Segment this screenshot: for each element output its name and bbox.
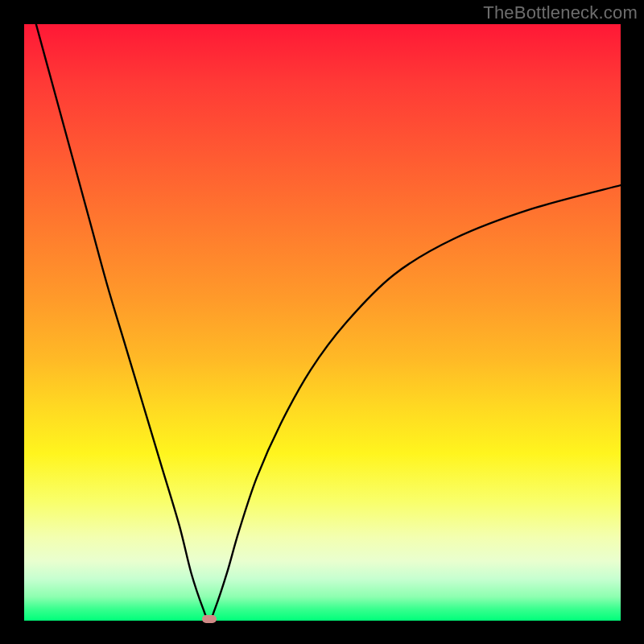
- curve-minimum-marker: [202, 615, 217, 623]
- bottleneck-curve: [24, 24, 621, 621]
- chart-frame: TheBottleneck.com: [0, 0, 644, 644]
- watermark-text: TheBottleneck.com: [483, 2, 638, 23]
- plot-area: [24, 24, 621, 621]
